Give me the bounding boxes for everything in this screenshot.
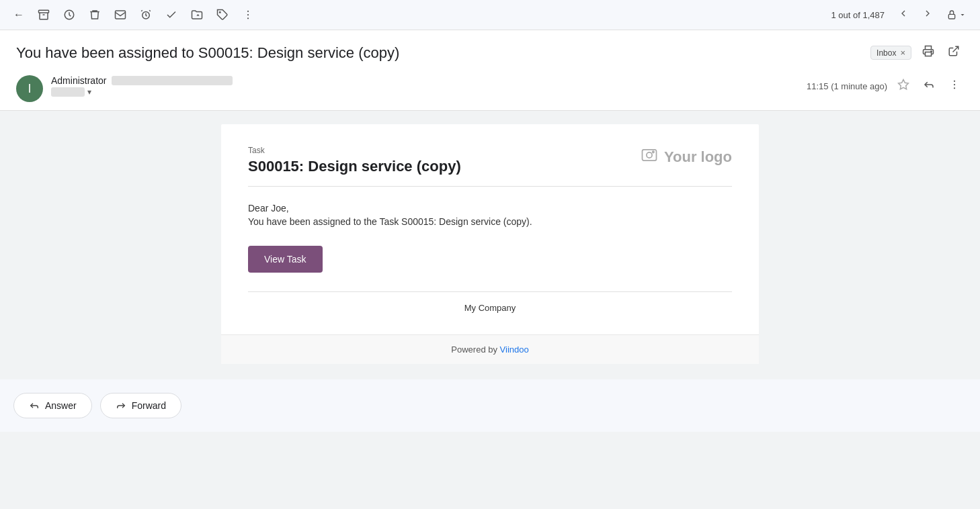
task-title: S00015: Design service (copy) (248, 158, 461, 175)
clock-button[interactable] (58, 5, 81, 25)
svg-point-15 (954, 84, 955, 85)
svg-point-11 (931, 51, 932, 52)
avatar: I (16, 75, 43, 102)
powered-by-row: Powered by Viindoo (221, 334, 759, 364)
svg-point-6 (247, 11, 249, 12)
bottom-actions: Answer Forward (0, 379, 980, 432)
open-external-button[interactable] (944, 41, 964, 64)
email-subject: You have been assigned to S00015: Design… (16, 44, 857, 62)
mail-button[interactable] (109, 5, 132, 25)
inbox-badge: Inbox × (870, 46, 911, 60)
svg-rect-0 (39, 10, 49, 13)
reply-button[interactable] (920, 75, 938, 97)
toolbar: ← (0, 0, 980, 30)
folder-button[interactable] (186, 5, 208, 25)
star-button[interactable] (894, 75, 913, 97)
snooze-button[interactable] (134, 5, 157, 25)
meta-right: 11:15 (1 minute ago) (807, 75, 964, 97)
svg-point-18 (647, 152, 652, 158)
task-title-row: Task S00015: Design service (copy) Your … (248, 146, 732, 187)
more-button[interactable] (237, 5, 259, 25)
task-label: Task (248, 146, 461, 155)
sender-info: Administrator ▾ (51, 75, 799, 97)
svg-rect-2 (116, 11, 126, 19)
svg-marker-13 (899, 80, 909, 89)
tag-button[interactable] (211, 5, 234, 25)
print-button[interactable] (918, 41, 938, 64)
email-card-inner: Task S00015: Design service (copy) Your … (221, 124, 759, 334)
nav-prev-button[interactable] (893, 4, 914, 26)
nav-info: 1 out of 1,487 (831, 10, 885, 20)
inbox-label: Inbox (876, 48, 896, 58)
timestamp: 11:15 (1 minute ago) (807, 81, 887, 91)
forward-label: Forward (132, 400, 166, 411)
nav-next-button[interactable] (917, 4, 938, 26)
email-body-area: Task S00015: Design service (copy) Your … (0, 111, 980, 379)
email-header: You have been assigned to S00015: Design… (0, 30, 980, 70)
company-name: My Company (248, 303, 732, 313)
powered-by-text: Powered by (451, 344, 499, 355)
inbox-badge-close[interactable]: × (900, 48, 905, 58)
view-task-button[interactable]: View Task (248, 246, 323, 273)
back-button[interactable]: ← (8, 5, 30, 25)
forward-button[interactable]: Forward (100, 393, 181, 418)
greeting-text: Dear Joe, (248, 203, 732, 214)
svg-rect-10 (926, 52, 932, 56)
logo-area: Your logo (640, 146, 732, 169)
more-options-button[interactable] (945, 75, 964, 97)
delete-button[interactable] (83, 5, 106, 25)
logo-text: Your logo (664, 148, 732, 166)
viindoo-link[interactable]: Viindoo (500, 344, 529, 355)
body-text: You have been assigned to the Task S0001… (248, 216, 732, 227)
svg-rect-9 (948, 14, 954, 19)
email-meta: I Administrator ▾ 11:15 (1 minute ago) (0, 70, 980, 111)
answer-button[interactable]: Answer (13, 393, 92, 418)
svg-point-19 (653, 151, 654, 152)
svg-line-12 (953, 46, 958, 52)
svg-point-5 (220, 12, 221, 13)
to-label (51, 87, 85, 97)
logo-icon (640, 146, 659, 169)
sender-name: Administrator (51, 75, 799, 86)
sender-email-row: ▾ (51, 87, 799, 97)
email-header-actions (918, 41, 964, 64)
svg-point-7 (247, 14, 249, 15)
svg-point-14 (954, 81, 955, 82)
svg-point-16 (954, 87, 955, 89)
svg-point-8 (247, 17, 249, 19)
email-card: Task S00015: Design service (copy) Your … (221, 124, 759, 364)
answer-label: Answer (45, 400, 77, 411)
lock-button[interactable] (941, 5, 972, 24)
dropdown-arrow[interactable]: ▾ (87, 87, 91, 97)
check-button[interactable] (160, 5, 183, 25)
divider (248, 291, 732, 292)
archive-button[interactable] (32, 5, 55, 25)
sender-email-blur (112, 76, 233, 85)
task-info: Task S00015: Design service (copy) (248, 146, 461, 175)
